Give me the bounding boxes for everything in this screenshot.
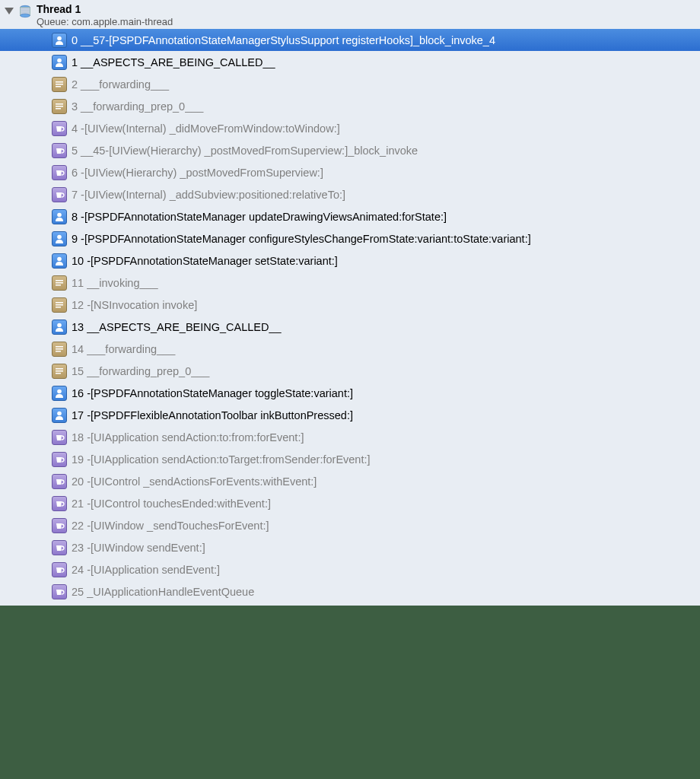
stack-frame-label: 6 -[UIView(Hierarchy) _postMovedFromSupe… <box>72 167 323 179</box>
svg-rect-13 <box>56 103 63 105</box>
stack-frame-row[interactable]: 6 -[UIView(Hierarchy) _postMovedFromSupe… <box>0 161 700 183</box>
stack-frame-row[interactable]: 0 __57-[PSPDFAnnotationStateManagerStylu… <box>0 29 700 51</box>
stack-frame-label: 18 -[UIApplication sendAction:to:from:fo… <box>72 431 304 444</box>
stack-frame-row[interactable]: 18 -[UIApplication sendAction:to:from:fo… <box>0 426 700 448</box>
stack-frame-label: 7 -[UIView(Internal) _addSubview:positio… <box>72 189 345 201</box>
svg-point-7 <box>21 14 30 17</box>
svg-rect-23 <box>56 304 63 306</box>
disclosure-triangle-icon[interactable] <box>5 8 14 14</box>
stack-frame-row[interactable]: 14 ___forwarding___ <box>0 338 700 360</box>
svg-point-25 <box>57 323 62 327</box>
svg-rect-15 <box>56 108 61 110</box>
thread-title-block: Thread 1 Queue: com.apple.main-thread <box>37 3 173 27</box>
stack-frame-row[interactable]: 22 -[UIWindow _sendTouchesForEvent:] <box>0 514 700 536</box>
stack-frame-label: 3 __forwarding_prep_0___ <box>72 100 203 113</box>
stack-frame-list: 0 __57-[PSPDFAnnotationStateManagerStylu… <box>0 29 700 603</box>
stack-frame-row[interactable]: 23 -[UIWindow sendEvent:] <box>0 536 700 558</box>
stack-frame-row[interactable]: 20 -[UIControl _sendActionsForEvents:wit… <box>0 470 700 492</box>
svg-rect-11 <box>56 84 63 85</box>
stack-frame-row[interactable]: 19 -[UIApplication sendAction:toTarget:f… <box>0 448 700 470</box>
svg-rect-22 <box>56 302 63 304</box>
stack-frame-label: 21 -[UIControl touchesEnded:withEvent:] <box>72 498 271 510</box>
stack-frame-row[interactable]: 13 __ASPECTS_ARE_BEING_CALLED__ <box>0 316 700 338</box>
thread-subtitle: Queue: com.apple.main-thread <box>37 16 173 27</box>
svg-rect-30 <box>56 370 63 372</box>
stack-frame-label: 8 -[PSPDFAnnotationStateManager updateDr… <box>72 211 447 223</box>
svg-point-17 <box>57 234 62 239</box>
stack-frame-row[interactable]: 3 __forwarding_prep_0___ <box>0 95 700 117</box>
svg-point-16 <box>57 212 62 217</box>
svg-point-33 <box>57 411 62 415</box>
svg-rect-12 <box>56 86 61 87</box>
stack-frame-label: 14 ___forwarding___ <box>72 343 175 355</box>
svg-rect-24 <box>56 307 61 308</box>
thread-title: Thread 1 <box>37 3 173 15</box>
stack-frame-label: 10 -[PSPDFAnnotationStateManager setStat… <box>72 255 338 267</box>
svg-point-32 <box>57 389 62 393</box>
stack-frame-row[interactable]: 4 -[UIView(Internal) _didMoveFromWindow:… <box>0 117 700 139</box>
stack-frame-label: 5 __45-[UIView(Hierarchy) _postMovedFrom… <box>72 145 418 157</box>
stack-frame-row[interactable]: 1 __ASPECTS_ARE_BEING_CALLED__ <box>0 51 700 73</box>
stack-frame-label: 17 -[PSPDFFlexibleAnnotationToolbar inkB… <box>72 409 353 421</box>
bottom-panel <box>0 606 700 779</box>
stack-frame-row[interactable]: 12 -[NSInvocation invoke] <box>0 294 700 316</box>
stack-frame-label: 11 __invoking___ <box>72 277 158 289</box>
stack-frame-label: 20 -[UIControl _sendActionsForEvents:wit… <box>72 475 317 488</box>
stack-frame-row[interactable]: 11 __invoking___ <box>0 272 700 294</box>
svg-rect-27 <box>56 348 63 350</box>
stack-frame-row[interactable]: 21 -[UIControl touchesEnded:withEvent:] <box>0 492 700 514</box>
stack-frame-row[interactable]: 10 -[PSPDFAnnotationStateManager setStat… <box>0 250 700 272</box>
stack-frame-label: 15 __forwarding_prep_0___ <box>72 365 209 377</box>
thread-header[interactable]: Thread 1 Queue: com.apple.main-thread <box>0 0 700 29</box>
svg-point-18 <box>57 256 62 261</box>
svg-rect-20 <box>56 282 63 284</box>
stack-frame-row[interactable]: 24 -[UIApplication sendEvent:] <box>0 558 700 580</box>
stack-frame-label: 4 -[UIView(Internal) _didMoveFromWindow:… <box>72 122 340 135</box>
stack-frame-label: 19 -[UIApplication sendAction:toTarget:f… <box>72 453 371 466</box>
stack-frame-row[interactable]: 2 ___forwarding___ <box>0 73 700 95</box>
svg-rect-10 <box>56 81 63 83</box>
stack-frame-row[interactable]: 5 __45-[UIView(Hierarchy) _postMovedFrom… <box>0 139 700 161</box>
svg-point-8 <box>57 36 62 40</box>
stack-frame-label: 23 -[UIWindow sendEvent:] <box>72 542 205 554</box>
stack-frame-label: 22 -[UIWindow _sendTouchesForEvent:] <box>72 520 269 532</box>
stack-frame-label: 1 __ASPECTS_ARE_BEING_CALLED__ <box>72 56 275 68</box>
stack-frame-row[interactable]: 25 _UIApplicationHandleEventQueue <box>0 580 700 603</box>
stack-frame-label: 9 -[PSPDFAnnotationStateManager configur… <box>72 233 531 245</box>
svg-rect-14 <box>56 106 63 107</box>
svg-rect-21 <box>56 285 61 286</box>
stack-frame-label: 16 -[PSPDFAnnotationStateManager toggleS… <box>72 387 353 399</box>
stack-frame-label: 13 __ASPECTS_ARE_BEING_CALLED__ <box>72 321 282 333</box>
stack-frame-row[interactable]: 7 -[UIView(Internal) _addSubview:positio… <box>0 183 700 205</box>
svg-point-9 <box>57 58 62 62</box>
stack-frame-row[interactable]: 17 -[PSPDFFlexibleAnnotationToolbar inkB… <box>0 404 700 426</box>
svg-rect-26 <box>56 346 63 348</box>
stack-frame-row[interactable]: 9 -[PSPDFAnnotationStateManager configur… <box>0 227 700 250</box>
stack-frame-label: 12 -[NSInvocation invoke] <box>72 299 197 311</box>
svg-rect-28 <box>56 351 61 352</box>
svg-rect-31 <box>56 373 61 374</box>
stack-frame-label: 25 _UIApplicationHandleEventQueue <box>72 586 254 598</box>
stack-frame-row[interactable]: 15 __forwarding_prep_0___ <box>0 360 700 382</box>
stack-frame-label: 24 -[UIApplication sendEvent:] <box>72 564 220 576</box>
stack-frame-label: 2 ___forwarding___ <box>72 78 169 91</box>
thread-spool-icon <box>18 5 32 18</box>
svg-rect-19 <box>56 280 63 281</box>
stack-frame-row[interactable]: 8 -[PSPDFAnnotationStateManager updateDr… <box>0 205 700 227</box>
stack-frame-label: 0 __57-[PSPDFAnnotationStateManagerStylu… <box>72 34 495 46</box>
stack-frame-row[interactable]: 16 -[PSPDFAnnotationStateManager toggleS… <box>0 382 700 404</box>
svg-rect-29 <box>56 368 63 370</box>
